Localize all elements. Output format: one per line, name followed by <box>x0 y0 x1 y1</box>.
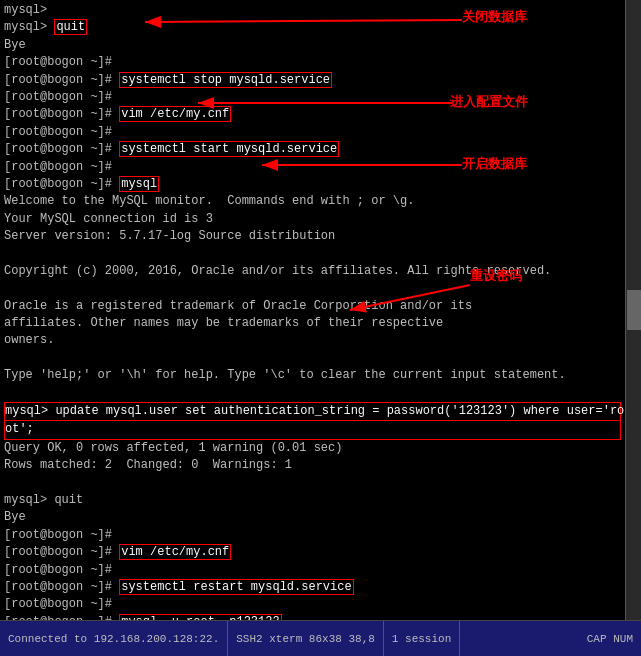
line-update2: ot'; <box>4 421 621 439</box>
status-bar: Connected to 192.168.200.128:22. SSH2 xt… <box>0 620 641 656</box>
terminal-content: mysql> mysql> quit Bye [root@bogon ~]# [… <box>0 0 625 620</box>
line-4: [root@bogon ~]# <box>4 54 621 71</box>
cmd-mysql1: mysql <box>119 176 159 192</box>
line-10: [root@bogon ~]# <box>4 159 621 176</box>
line-quit2: mysql> quit <box>4 492 621 509</box>
line-blank3 <box>4 350 621 367</box>
cmd-start: systemctl start mysqld.service <box>119 141 339 157</box>
line-6: [root@bogon ~]# <box>4 89 621 106</box>
line-query: Query OK, 0 rows affected, 1 warning (0.… <box>4 440 621 457</box>
line-restart: [root@bogon ~]# systemctl restart mysqld… <box>4 579 621 596</box>
line-copyright: Copyright (c) 2000, 2016, Oracle and/or … <box>4 263 621 280</box>
cmd-vim2: vim /etc/my.cnf <box>119 544 231 560</box>
cmd-stop: systemctl stop mysqld.service <box>119 72 332 88</box>
line-14: Server version: 5.7.17-log Source distri… <box>4 228 621 245</box>
line-prompt3: [root@bogon ~]# <box>4 596 621 613</box>
annotation-reset-pwd: 重设密码 <box>470 267 522 285</box>
line-12: Welcome to the MySQL monitor. Commands e… <box>4 193 621 210</box>
line-oracle2: affiliates. Other names may be trademark… <box>4 315 621 332</box>
line-bye2: Bye <box>4 509 621 526</box>
cmd-vim1: vim /etc/my.cnf <box>119 106 231 122</box>
annotation-close-db: 关闭数据库 <box>462 8 527 26</box>
line-oracle1: Oracle is a registered trademark of Orac… <box>4 298 621 315</box>
terminal-area: mysql> mysql> quit Bye [root@bogon ~]# [… <box>0 0 641 620</box>
line-blank4 <box>4 385 621 402</box>
line-oracle3: owners. <box>4 332 621 349</box>
line-blank5 <box>4 475 621 492</box>
line-blank1 <box>4 245 621 262</box>
line-1: mysql> <box>4 2 621 19</box>
cmd-quit: quit <box>54 19 87 35</box>
line-13: Your MySQL connection id is 3 <box>4 211 621 228</box>
status-cap-num: CAP NUM <box>579 621 641 656</box>
line-11: [root@bogon ~]# mysql <box>4 176 621 193</box>
line-vim2: [root@bogon ~]# vim /etc/my.cnf <box>4 544 621 561</box>
status-connection: Connected to 192.168.200.128:22. <box>0 621 228 656</box>
line-rows: Rows matched: 2 Changed: 0 Warnings: 1 <box>4 457 621 474</box>
line-5: [root@bogon ~]# systemctl stop mysqld.se… <box>4 72 621 89</box>
status-sessions: 1 session <box>384 621 460 656</box>
annotation-config: 进入配置文件 <box>450 93 528 111</box>
line-2: mysql> quit <box>4 19 621 36</box>
line-update1: mysql> update mysql.user set authenticat… <box>4 402 621 421</box>
line-8: [root@bogon ~]# <box>4 124 621 141</box>
line-3: Bye <box>4 37 621 54</box>
scrollbar-thumb[interactable] <box>627 290 641 330</box>
status-ssh: SSH2 xterm 86x38 38,8 <box>228 621 384 656</box>
line-blank2 <box>4 280 621 297</box>
line-prompt2: [root@bogon ~]# <box>4 562 621 579</box>
line-help: Type 'help;' or '\h' for help. Type '\c'… <box>4 367 621 384</box>
line-7: [root@bogon ~]# vim /etc/my.cnf <box>4 106 621 123</box>
line-9: [root@bogon ~]# systemctl start mysqld.s… <box>4 141 621 158</box>
annotation-open-db: 开启数据库 <box>462 155 527 173</box>
cmd-restart: systemctl restart mysqld.service <box>119 579 353 595</box>
scrollbar[interactable] <box>625 0 641 620</box>
line-prompt-after-bye: [root@bogon ~]# <box>4 527 621 544</box>
